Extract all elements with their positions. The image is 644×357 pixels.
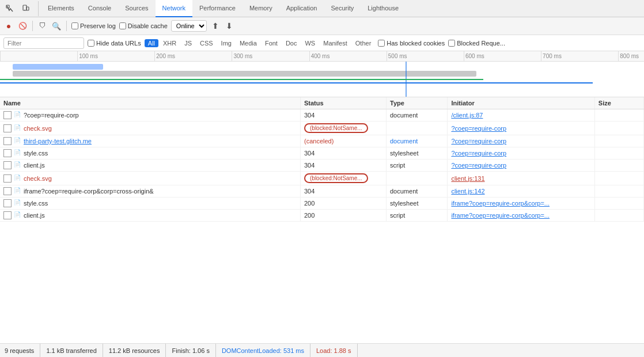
initiator-link[interactable]: ?coep=require-corp xyxy=(451,150,506,157)
filter-icon[interactable]: ⛉ xyxy=(37,21,48,31)
status-requests: 9 requests xyxy=(5,344,40,357)
initiator-link[interactable]: ?coep=require-corp xyxy=(451,125,506,132)
initiator-link[interactable]: client.js:131 xyxy=(451,175,484,182)
inspect-icon[interactable] xyxy=(2,1,17,16)
tab-memory[interactable]: Memory xyxy=(243,0,279,17)
filter-type-css[interactable]: CSS xyxy=(196,39,217,47)
has-blocked-cookies-input[interactable] xyxy=(378,40,385,47)
tab-network[interactable]: Network xyxy=(156,0,192,17)
table-row[interactable]: 📄check.svg(blocked:NotSame...client.js:1… xyxy=(0,172,644,185)
cell-size xyxy=(594,198,643,210)
tab-console[interactable]: Console xyxy=(81,0,118,17)
status-resources: 11.2 kB resources xyxy=(103,344,166,357)
disable-cache-checkbox[interactable]: Disable cache xyxy=(119,22,168,29)
table-row[interactable]: 📄client.js304script?coep=require-corp xyxy=(0,159,644,172)
initiator-link[interactable]: client.js:142 xyxy=(451,188,484,195)
search-icon[interactable]: 🔍 xyxy=(51,21,62,31)
tick-400: 400 ms xyxy=(309,51,330,61)
timeline-graph xyxy=(0,62,644,97)
row-checkbox xyxy=(3,199,12,207)
tick-300: 300 ms xyxy=(232,51,252,61)
row-checkbox xyxy=(3,124,12,132)
row-name-text[interactable]: client.js xyxy=(24,212,45,219)
requests-table-container: Name Status Type Initiator Size 📄?coep=r… xyxy=(0,97,644,343)
row-name-text[interactable]: ?coep=require-corp xyxy=(24,112,79,119)
preserve-log-input[interactable] xyxy=(71,22,78,29)
header-name: Name xyxy=(0,97,301,109)
cell-initiator: ?coep=require-corp xyxy=(448,159,594,172)
filter-type-manifest[interactable]: Manifest xyxy=(320,39,351,47)
status-bar: 9 requests 1.1 kB transferred 11.2 kB re… xyxy=(0,343,644,357)
cell-name: 📄style.css xyxy=(0,147,301,159)
tab-performance[interactable]: Performance xyxy=(192,0,243,17)
hide-data-urls-checkbox[interactable]: Hide data URLs xyxy=(88,40,141,47)
row-name-text[interactable]: iframe?coep=require-corp&corp=cross-orig… xyxy=(24,188,154,195)
row-name-text[interactable]: third-party-test.glitch.me xyxy=(24,138,92,145)
filter-type-ws[interactable]: WS xyxy=(301,39,319,47)
cell-name: 📄client.js xyxy=(0,159,301,172)
blocked-requests-input[interactable] xyxy=(448,40,455,47)
cell-type xyxy=(387,121,448,135)
preserve-log-checkbox[interactable]: Preserve log xyxy=(71,22,116,29)
table-row[interactable]: 📄?coep=require-corp304document/client.js… xyxy=(0,109,644,121)
row-name-text[interactable]: check.svg xyxy=(24,175,52,182)
filter-type-js[interactable]: JS xyxy=(181,39,195,47)
disable-cache-input[interactable] xyxy=(119,22,126,29)
upload-button[interactable]: ⬆ xyxy=(210,21,221,31)
table-row[interactable]: 📄style.css304stylesheet?coep=require-cor… xyxy=(0,147,644,159)
filter-type-font[interactable]: Font xyxy=(262,39,281,47)
row-checkbox xyxy=(3,137,12,145)
row-name-text[interactable]: check.svg xyxy=(24,125,52,132)
cell-initiator: iframe?coep=require-corp&corp=... xyxy=(448,210,594,222)
cell-size xyxy=(594,147,643,159)
filter-input[interactable] xyxy=(3,37,84,49)
cell-type: document xyxy=(387,185,448,198)
row-name-text[interactable]: style.css xyxy=(24,150,48,157)
tab-application[interactable]: Application xyxy=(279,0,324,17)
filter-type-all[interactable]: All xyxy=(145,39,158,47)
filter-type-img[interactable]: Img xyxy=(218,39,235,47)
filter-bar: Hide data URLs All XHR JS CSS Img Media … xyxy=(0,35,644,51)
tab-sources[interactable]: Sources xyxy=(118,0,155,17)
cell-initiator: ?coep=require-corp xyxy=(448,121,594,135)
cell-type: document xyxy=(387,109,448,121)
blocked-badge: (blocked:NotSame... xyxy=(304,173,368,183)
table-row[interactable]: 📄client.js200scriptiframe?coep=require-c… xyxy=(0,210,644,222)
header-size: Size xyxy=(594,97,643,109)
table-row[interactable]: 📄check.svg(blocked:NotSame...?coep=requi… xyxy=(0,121,644,135)
tab-security[interactable]: Security xyxy=(324,0,361,17)
cell-name: 📄client.js xyxy=(0,210,301,222)
initiator-link[interactable]: iframe?coep=require-corp&corp=... xyxy=(451,212,550,219)
filter-type-media[interactable]: Media xyxy=(236,39,260,47)
record-button[interactable]: ● xyxy=(3,21,14,31)
cell-initiator: ?coep=require-corp xyxy=(448,147,594,159)
hide-data-urls-input[interactable] xyxy=(88,40,94,47)
cell-status: (canceled) xyxy=(301,135,387,147)
initiator-link[interactable]: ?coep=require-corp xyxy=(451,162,506,169)
device-icon[interactable] xyxy=(18,1,33,16)
tick-200: 200 ms xyxy=(154,51,175,61)
row-name-text[interactable]: style.css xyxy=(24,200,48,207)
cell-size xyxy=(594,121,643,135)
filter-type-xhr[interactable]: XHR xyxy=(160,39,180,47)
filter-type-other[interactable]: Other xyxy=(352,39,375,47)
initiator-link[interactable]: /client.js:87 xyxy=(451,112,483,119)
filter-type-doc[interactable]: Doc xyxy=(282,39,301,47)
tab-elements[interactable]: Elements xyxy=(41,0,81,17)
table-row[interactable]: 📄iframe?coep=require-corp&corp=cross-ori… xyxy=(0,185,644,198)
row-name-text[interactable]: client.js xyxy=(24,162,45,169)
row-checkbox xyxy=(3,174,12,183)
initiator-link[interactable]: iframe?coep=require-corp&corp=... xyxy=(451,200,550,207)
throttle-select[interactable]: Online xyxy=(171,20,207,32)
tab-lighthouse[interactable]: Lighthouse xyxy=(361,0,406,17)
table-row[interactable]: 📄style.css200stylesheetiframe?coep=requi… xyxy=(0,198,644,210)
download-button[interactable]: ⬇ xyxy=(224,21,234,31)
table-row[interactable]: 📄third-party-test.glitch.me(canceled)doc… xyxy=(0,135,644,147)
file-icon: 📄 xyxy=(14,174,22,183)
has-blocked-cookies-checkbox[interactable]: Has blocked cookies xyxy=(378,40,445,47)
blocked-requests-checkbox[interactable]: Blocked Reque... xyxy=(448,40,505,47)
waterfall-bar-2 xyxy=(13,71,476,77)
initiator-link[interactable]: ?coep=require-corp xyxy=(451,138,506,145)
stop-button[interactable]: 🚫 xyxy=(17,21,28,31)
file-icon: 📄 xyxy=(14,161,22,169)
